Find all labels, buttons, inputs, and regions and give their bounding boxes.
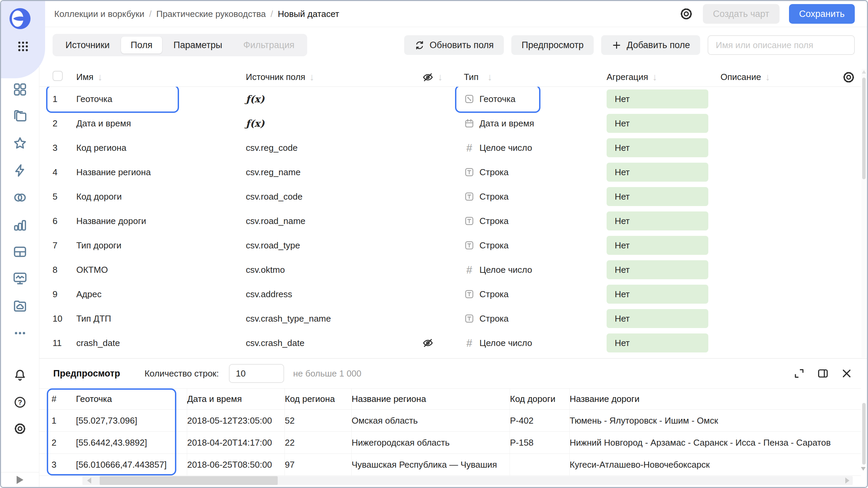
field-row[interactable]: 3Код регионаcsv.reg_code#Целое числоНет — [39, 136, 861, 160]
field-source[interactable]: csv.road_name — [246, 216, 422, 226]
tab-filtering[interactable]: Фильтрация — [234, 37, 304, 54]
scrollbar-thumb[interactable] — [862, 403, 866, 465]
field-type-select[interactable]: Дата и время — [459, 118, 602, 129]
field-aggregation-select[interactable]: Нет — [602, 260, 721, 279]
add-field-button[interactable]: Добавить поле — [601, 35, 700, 55]
expand-icon[interactable] — [793, 367, 805, 380]
field-row[interactable]: 9Адресcsv.addressСтрокаНет — [39, 282, 861, 306]
field-name[interactable]: Название дороги — [76, 216, 246, 226]
field-type-select[interactable]: Строка — [459, 216, 602, 226]
field-aggregation-select[interactable]: Нет — [602, 187, 721, 206]
tab-sources[interactable]: Источники — [56, 37, 119, 54]
apps-grid-icon[interactable] — [16, 40, 30, 53]
column-header-visibility[interactable]: ↓ — [422, 72, 459, 83]
help-circle-icon[interactable]: ? — [13, 395, 27, 409]
datalens-logo[interactable] — [9, 8, 31, 29]
field-aggregation-select[interactable]: Нет — [602, 285, 721, 304]
field-row[interactable]: 4Название регионаcsv.reg_nameСтрокаНет — [39, 160, 861, 184]
dashboards-grid-icon[interactable] — [12, 82, 28, 97]
scrollbar-thumb[interactable] — [862, 78, 866, 179]
field-row[interactable]: 10Тип ДТПcsv.crash_type_nameСтрокаНет — [39, 306, 861, 331]
field-name[interactable]: Дата и время — [76, 118, 246, 129]
refresh-fields-button[interactable]: Обновить поля — [404, 35, 504, 55]
column-header-aggregation[interactable]: Агрегация ↓ — [602, 72, 721, 83]
column-header-source[interactable]: Источник поля ↓ — [246, 72, 422, 83]
field-search-input[interactable] — [708, 35, 855, 55]
field-type-select[interactable]: #Целое число — [459, 265, 602, 275]
select-all-checkbox[interactable] — [53, 71, 63, 81]
field-aggregation-select[interactable]: Нет — [602, 333, 721, 352]
field-name[interactable]: Код дороги — [76, 191, 246, 202]
field-row[interactable]: 8ОКТМОcsv.oktmo#Целое числоНет — [39, 258, 861, 282]
scroll-right-icon[interactable] — [845, 477, 849, 484]
field-source[interactable]: csv.crash_type_name — [246, 313, 422, 324]
breadcrumb-collections[interactable]: Коллекции и воркбуки — [54, 9, 144, 19]
sidebar-footer[interactable] — [1, 472, 39, 487]
field-source[interactable]: csv.crash_date — [246, 338, 422, 348]
save-button[interactable]: Сохранить — [789, 4, 855, 24]
field-type-select[interactable]: #Целое число — [459, 143, 602, 153]
field-name[interactable]: Адрес — [76, 289, 246, 300]
field-type-select[interactable]: #Целое число — [459, 338, 602, 348]
charts-bar-icon[interactable] — [12, 217, 28, 232]
field-aggregation-select[interactable]: Нет — [602, 89, 721, 108]
field-type-select[interactable]: Строка — [459, 313, 602, 324]
create-chart-button[interactable]: Создать чарт — [703, 4, 780, 24]
field-name[interactable]: Название региона — [76, 167, 246, 178]
scroll-left-icon[interactable] — [87, 477, 91, 484]
scrollbar-thumb[interactable] — [100, 476, 278, 485]
preview-button[interactable]: Предпросмотр — [511, 35, 594, 55]
datasets-table-icon[interactable] — [12, 244, 28, 260]
column-header-name[interactable]: Имя ↓ — [76, 72, 246, 83]
field-name[interactable]: Геоточка — [76, 94, 246, 104]
field-aggregation-select[interactable]: Нет — [602, 309, 721, 328]
field-type-select[interactable]: Строка — [459, 191, 602, 202]
field-row[interactable]: 2Дата и времяƒ(x)Дата и времяНет — [39, 111, 861, 136]
field-aggregation-select[interactable]: Нет — [602, 138, 721, 157]
field-source[interactable]: csv.reg_name — [246, 167, 422, 178]
field-row[interactable]: 6Название дорогиcsv.road_nameСтрокаНет — [39, 209, 861, 233]
field-source[interactable]: csv.reg_code — [246, 143, 422, 153]
field-type-select[interactable]: Геоточка — [459, 94, 602, 104]
field-name[interactable]: Тип дороги — [76, 240, 246, 251]
field-type-select[interactable]: Строка — [459, 289, 602, 300]
field-row[interactable]: 1Геоточкаƒ(x)ГеоточкаНет — [39, 87, 861, 111]
tab-parameters[interactable]: Параметры — [164, 37, 232, 54]
field-row[interactable]: 7Тип дорогиcsv.road_typeСтрокаНет — [39, 233, 861, 258]
quick-actions-lightning-icon[interactable] — [12, 163, 28, 178]
preview-vertical-scrollbar[interactable] — [862, 403, 866, 465]
field-aggregation-select[interactable]: Нет — [602, 211, 721, 230]
field-source[interactable]: csv.oktmo — [246, 265, 422, 275]
field-row[interactable]: 5Код дорогиcsv.road_codeСтрокаНет — [39, 184, 861, 209]
eye-off-icon[interactable] — [422, 337, 434, 349]
field-source[interactable]: csv.road_code — [246, 191, 422, 202]
tab-fields[interactable]: Поля — [121, 37, 162, 54]
fields-vertical-scrollbar[interactable] — [862, 69, 866, 358]
field-source[interactable]: csv.road_type — [246, 240, 422, 251]
field-source[interactable]: ƒ(x) — [246, 94, 422, 105]
field-name[interactable]: ОКТМО — [76, 265, 246, 275]
favorites-star-icon[interactable] — [12, 136, 28, 151]
storage-folder-cloud-icon[interactable] — [12, 298, 28, 314]
field-aggregation-select[interactable]: Нет — [602, 236, 721, 255]
field-type-select[interactable]: Строка — [459, 240, 602, 251]
field-type-select[interactable]: Строка — [459, 167, 602, 178]
preview-horizontal-scrollbar[interactable] — [82, 476, 853, 485]
monitoring-screen-icon[interactable] — [12, 270, 28, 286]
scroll-down-icon[interactable] — [861, 467, 866, 471]
column-header-type[interactable]: Тип ↓ — [459, 72, 602, 83]
field-name[interactable]: Код региона — [76, 143, 246, 153]
gear-icon[interactable] — [842, 70, 855, 84]
collections-folders-icon[interactable] — [12, 108, 28, 124]
panel-right-icon[interactable] — [817, 367, 829, 380]
close-icon[interactable] — [841, 367, 853, 380]
preview-row-count-input[interactable] — [229, 364, 284, 383]
field-name[interactable]: Тип ДТП — [76, 313, 246, 324]
field-source[interactable]: csv.address — [246, 289, 422, 300]
notifications-bell-icon[interactable] — [13, 368, 27, 382]
gear-icon[interactable] — [679, 7, 693, 21]
connections-venn-icon[interactable] — [12, 190, 28, 205]
breadcrumb-workbook[interactable]: Практические руководства — [156, 9, 266, 19]
breadcrumb-dataset-title[interactable]: Новый датасет — [278, 9, 339, 19]
field-aggregation-select[interactable]: Нет — [602, 163, 721, 182]
